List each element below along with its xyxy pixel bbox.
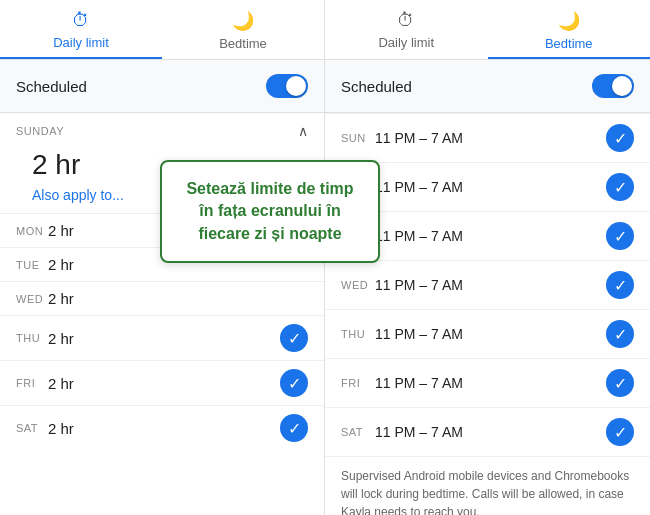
- right-fri-time: 11 PM – 7 AM: [375, 375, 606, 391]
- tab-daily-label-left: Daily limit: [53, 35, 109, 50]
- timer-icon-left: ⏱: [72, 10, 90, 31]
- right-day-row-thu: THU 11 PM – 7 AM ✓: [325, 309, 650, 358]
- day-row-fri: FRI 2 hr ✓: [0, 360, 324, 405]
- scheduled-toggle-left[interactable]: [266, 74, 308, 98]
- fri-label: FRI: [16, 377, 48, 389]
- right-wed-time: 11 PM – 7 AM: [375, 277, 606, 293]
- right-thu-label: THU: [341, 328, 375, 340]
- sunday-label: SUNDAY: [16, 125, 64, 137]
- tooltip-text: Setează limite de timp în fața ecranului…: [186, 180, 353, 242]
- thu-check: ✓: [280, 324, 308, 352]
- right-wed-label: WED: [341, 279, 375, 291]
- scheduled-toggle-right[interactable]: [592, 74, 634, 98]
- sat-label: SAT: [16, 422, 48, 434]
- right-tue-time: 11 PM – 7 AM: [375, 228, 606, 244]
- tab-bedtime-label-left: Bedtime: [219, 36, 267, 51]
- right-day-row-sun: SUN 11 PM – 7 AM ✓: [325, 113, 650, 162]
- scheduled-row-right: Scheduled: [325, 60, 650, 113]
- sunday-header: SUNDAY ∧: [0, 113, 324, 145]
- thu-time: 2 hr: [48, 330, 280, 347]
- wed-time: 2 hr: [48, 290, 308, 307]
- right-tabs: ⏱ Daily limit 🌙 Bedtime: [325, 0, 650, 60]
- scheduled-row-left: Scheduled: [0, 60, 324, 113]
- left-tabs: ⏱ Daily limit 🌙 Bedtime: [0, 0, 324, 60]
- timer-icon-right: ⏱: [397, 10, 415, 31]
- tab-bedtime-right[interactable]: 🌙 Bedtime: [488, 0, 651, 59]
- right-sun-time: 11 PM – 7 AM: [375, 130, 606, 146]
- right-fri-label: FRI: [341, 377, 375, 389]
- tab-daily-right[interactable]: ⏱ Daily limit: [325, 0, 488, 59]
- tooltip-overlay: Setează limite de timp în fața ecranului…: [160, 160, 380, 263]
- right-sun-check: ✓: [606, 124, 634, 152]
- tooltip-box: Setează limite de timp în fața ecranului…: [160, 160, 380, 263]
- right-tue-check: ✓: [606, 222, 634, 250]
- right-wed-check: ✓: [606, 271, 634, 299]
- mon-label: MON: [16, 225, 48, 237]
- right-day-row-sat: SAT 11 PM – 7 AM ✓: [325, 407, 650, 456]
- sat-check: ✓: [280, 414, 308, 442]
- day-row-thu: THU 2 hr ✓: [0, 315, 324, 360]
- thu-label: THU: [16, 332, 48, 344]
- moon-icon-right: 🌙: [558, 10, 580, 32]
- tue-label: TUE: [16, 259, 48, 271]
- fri-time: 2 hr: [48, 375, 280, 392]
- right-sat-label: SAT: [341, 426, 375, 438]
- right-mon-time: 11 PM – 7 AM: [375, 179, 606, 195]
- sunday-chevron[interactable]: ∧: [298, 123, 308, 139]
- day-row-sat: SAT 2 hr ✓: [0, 405, 324, 450]
- right-fri-check: ✓: [606, 369, 634, 397]
- tab-bedtime-left[interactable]: 🌙 Bedtime: [162, 0, 324, 59]
- sat-time: 2 hr: [48, 420, 280, 437]
- footer-text: Supervised Android mobile devices and Ch…: [325, 456, 650, 515]
- right-mon-check: ✓: [606, 173, 634, 201]
- tab-daily-label-right: Daily limit: [378, 35, 434, 50]
- right-day-row-wed: WED 11 PM – 7 AM ✓: [325, 260, 650, 309]
- right-thu-check: ✓: [606, 320, 634, 348]
- right-day-row-fri: FRI 11 PM – 7 AM ✓: [325, 358, 650, 407]
- right-thu-time: 11 PM – 7 AM: [375, 326, 606, 342]
- day-row-wed: WED 2 hr: [0, 281, 324, 315]
- tab-daily-left[interactable]: ⏱ Daily limit: [0, 0, 162, 59]
- right-sat-time: 11 PM – 7 AM: [375, 424, 606, 440]
- scheduled-label-right: Scheduled: [341, 78, 412, 95]
- right-sun-label: SUN: [341, 132, 375, 144]
- scheduled-label-left: Scheduled: [16, 78, 87, 95]
- tab-bedtime-label-right: Bedtime: [545, 36, 593, 51]
- wed-label: WED: [16, 293, 48, 305]
- moon-icon-left: 🌙: [232, 10, 254, 32]
- right-sat-check: ✓: [606, 418, 634, 446]
- fri-check: ✓: [280, 369, 308, 397]
